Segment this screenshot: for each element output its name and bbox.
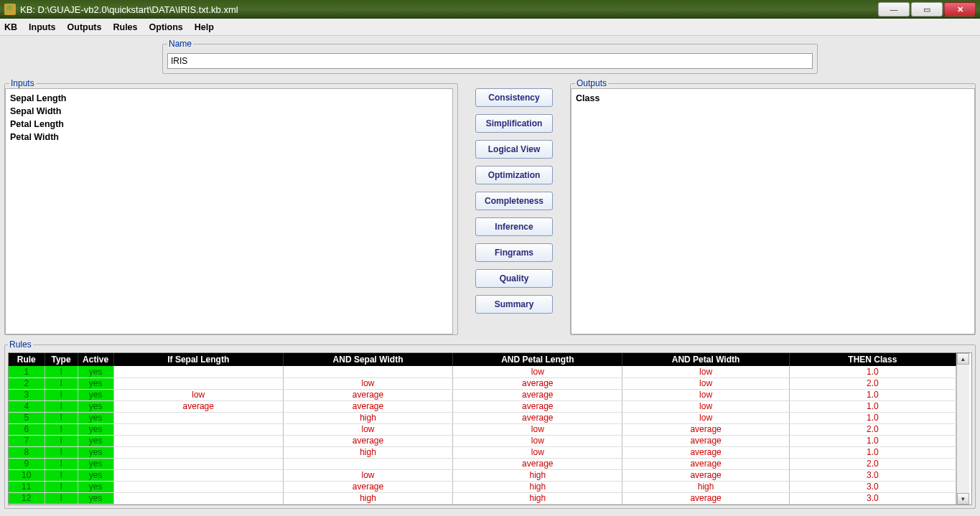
rules-cell[interactable]: average (283, 481, 452, 492)
rules-cell[interactable] (113, 492, 283, 504)
rules-cell[interactable]: average (622, 492, 789, 504)
menu-options[interactable]: Options (149, 22, 183, 32)
rules-cell[interactable]: average (622, 446, 789, 458)
rules-cell-active[interactable]: yes (78, 423, 113, 435)
rules-col-header[interactable]: Type (45, 353, 78, 366)
rules-cell[interactable]: low (622, 400, 789, 412)
rules-cell[interactable]: average (622, 423, 789, 435)
rules-cell[interactable]: 3.0 (789, 469, 956, 481)
fingrams-button[interactable]: Fingrams (475, 243, 553, 262)
rules-cell[interactable] (113, 366, 283, 377)
menu-outputs[interactable]: Outputs (67, 22, 102, 32)
rules-cell[interactable]: 2.0 (789, 458, 956, 469)
rules-cell[interactable]: 1.0 (789, 366, 956, 377)
name-input[interactable] (167, 53, 813, 69)
rules-cell[interactable]: 1.0 (789, 389, 956, 400)
rules-cell[interactable]: high (453, 492, 622, 504)
rules-cell[interactable]: low (283, 377, 452, 389)
table-row[interactable]: 6Iyeslowlowaverage2.0 (9, 423, 956, 435)
rules-col-header[interactable]: If Sepal Length (113, 353, 283, 366)
rules-cell[interactable] (283, 458, 452, 469)
table-row[interactable]: 4Iyesaverageaverageaveragelow1.0 (9, 400, 956, 412)
table-row[interactable]: 3Iyeslowaverageaveragelow1.0 (9, 389, 956, 400)
rules-cell[interactable]: high (283, 412, 452, 423)
rules-cell[interactable]: low (622, 366, 789, 377)
rules-cell[interactable]: average (113, 400, 283, 412)
rules-col-header[interactable]: Rule (9, 353, 45, 366)
rules-cell[interactable]: 1.0 (789, 412, 956, 423)
input-item[interactable]: Petal Length (10, 118, 448, 131)
rules-cell[interactable] (113, 458, 283, 469)
rules-cell[interactable] (113, 423, 283, 435)
rules-cell-rule[interactable]: 6 (9, 423, 45, 435)
rules-cell-type[interactable]: I (45, 446, 78, 458)
rules-cell-type[interactable]: I (45, 481, 78, 492)
rules-cell-rule[interactable]: 11 (9, 481, 45, 492)
rules-cell[interactable]: low (453, 435, 622, 446)
rules-cell[interactable]: high (283, 492, 452, 504)
rules-cell[interactable] (113, 435, 283, 446)
close-button[interactable]: ✕ (944, 2, 976, 17)
summary-button[interactable]: Summary (475, 295, 553, 314)
rules-cell-rule[interactable]: 1 (9, 366, 45, 377)
rules-cell[interactable]: low (453, 366, 622, 377)
simplification-button[interactable]: Simplification (475, 114, 553, 133)
rules-scrollbar[interactable]: ▴ ▾ (956, 353, 969, 505)
rules-cell-active[interactable]: yes (78, 458, 113, 469)
rules-cell[interactable]: 1.0 (789, 446, 956, 458)
rules-col-header[interactable]: AND Petal Length (453, 353, 622, 366)
rules-cell[interactable]: 2.0 (789, 423, 956, 435)
rules-cell[interactable]: low (622, 389, 789, 400)
rules-cell-rule[interactable]: 12 (9, 492, 45, 504)
table-row[interactable]: 2Iyeslowaveragelow2.0 (9, 377, 956, 389)
rules-cell[interactable]: low (453, 446, 622, 458)
rules-cell[interactable]: average (283, 400, 452, 412)
rules-cell[interactable]: average (453, 389, 622, 400)
rules-cell-active[interactable]: yes (78, 435, 113, 446)
table-row[interactable]: 9Iyesaverageaverage2.0 (9, 458, 956, 469)
rules-cell[interactable]: average (622, 435, 789, 446)
rules-cell[interactable]: 2.0 (789, 377, 956, 389)
rules-cell-type[interactable]: I (45, 400, 78, 412)
table-row[interactable]: 1Iyeslowlow1.0 (9, 366, 956, 377)
table-row[interactable]: 7Iyesaveragelowaverage1.0 (9, 435, 956, 446)
rules-cell[interactable] (113, 481, 283, 492)
rules-cell-type[interactable]: I (45, 366, 78, 377)
rules-cell-rule[interactable]: 5 (9, 412, 45, 423)
minimize-button[interactable]: — (878, 2, 910, 17)
rules-cell[interactable] (113, 446, 283, 458)
consistency-button[interactable]: Consistency (475, 88, 553, 107)
rules-cell-type[interactable]: I (45, 412, 78, 423)
rules-cell[interactable]: 3.0 (789, 492, 956, 504)
rules-col-header[interactable]: AND Sepal Width (283, 353, 452, 366)
rules-cell[interactable]: average (283, 389, 452, 400)
rules-cell-type[interactable]: I (45, 377, 78, 389)
rules-cell[interactable]: high (622, 481, 789, 492)
rules-cell-type[interactable]: I (45, 423, 78, 435)
table-row[interactable]: 11Iyesaveragehighhigh3.0 (9, 481, 956, 492)
rules-cell-type[interactable]: I (45, 435, 78, 446)
rules-cell-active[interactable]: yes (78, 446, 113, 458)
menu-inputs[interactable]: Inputs (29, 22, 56, 32)
rules-cell-type[interactable]: I (45, 458, 78, 469)
rules-cell-active[interactable]: yes (78, 366, 113, 377)
rules-cell-active[interactable]: yes (78, 492, 113, 504)
table-row[interactable]: 8Iyeshighlowaverage1.0 (9, 446, 956, 458)
rules-cell-active[interactable]: yes (78, 481, 113, 492)
maximize-button[interactable]: ▭ (911, 2, 943, 17)
menu-rules[interactable]: Rules (113, 22, 137, 32)
input-item[interactable]: Sepal Width (10, 105, 448, 118)
rules-cell[interactable]: average (622, 469, 789, 481)
rules-col-header[interactable]: AND Petal Width (622, 353, 789, 366)
rules-cell[interactable]: low (113, 389, 283, 400)
rules-cell-type[interactable]: I (45, 469, 78, 481)
rules-cell[interactable]: low (283, 423, 452, 435)
rules-cell-type[interactable]: I (45, 492, 78, 504)
rules-cell[interactable]: low (622, 412, 789, 423)
table-row[interactable]: 10Iyeslowhighaverage3.0 (9, 469, 956, 481)
inference-button[interactable]: Inference (475, 217, 553, 236)
rules-cell[interactable]: 1.0 (789, 400, 956, 412)
rules-cell[interactable] (113, 469, 283, 481)
menu-kb[interactable]: KB (4, 22, 17, 32)
quality-button[interactable]: Quality (475, 269, 553, 288)
